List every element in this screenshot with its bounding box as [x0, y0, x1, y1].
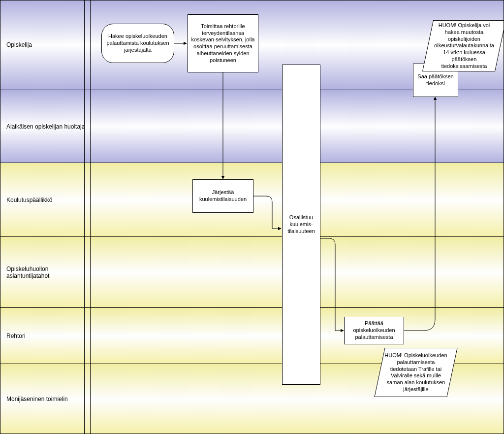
node-toimittaa: Toimittaa rehtorille terveydentilaansa k…: [188, 14, 258, 72]
note-text: HUOM! Opiskeluoikeuden palauttamisesta t…: [380, 350, 452, 395]
note-tiedotus: HUOM! Opiskeluoikeuden palauttamisesta t…: [374, 348, 457, 397]
node-paattaa: Päättää opiskeluoikeuden palauttamisesta: [344, 317, 404, 344]
swimlane-diagram: Opiskelija Alaikäisen opiskelijan huolta…: [0, 0, 504, 434]
note-text: HUOM! Opiskelija voi hakea muutosta opis…: [428, 20, 500, 71]
lane-label: Opiskelija: [0, 0, 91, 90]
lane-huoltaja: Alaikäisen opiskelijan huoltaja: [0, 90, 504, 163]
lane-label: Koulutuspäällikkö: [0, 163, 91, 237]
node-jarjestaa: Järjestää kuulemistilaisuuden: [192, 179, 253, 213]
lane-label: Monijäseninen toimielin: [0, 364, 91, 434]
lane-opiskeluhuolto: Opiskeluhuollon asiantuntijatahot: [0, 236, 504, 308]
lane-label: Opiskeluhuollon asiantuntijatahot: [0, 237, 91, 308]
note-muutoshaku: HUOM! Opiskelija voi hakea muutosta opis…: [422, 20, 504, 71]
lane-header-separator: [84, 0, 85, 434]
node-start: Hakee opiskeluoikeuden palauttamista kou…: [101, 24, 174, 63]
lane-label: Rehtori: [0, 308, 91, 364]
node-osallistuu: Osallistuu kuulemis-tilaisuuteen: [282, 65, 320, 385]
lane-label: Alaikäisen opiskelijan huoltaja: [0, 90, 91, 163]
